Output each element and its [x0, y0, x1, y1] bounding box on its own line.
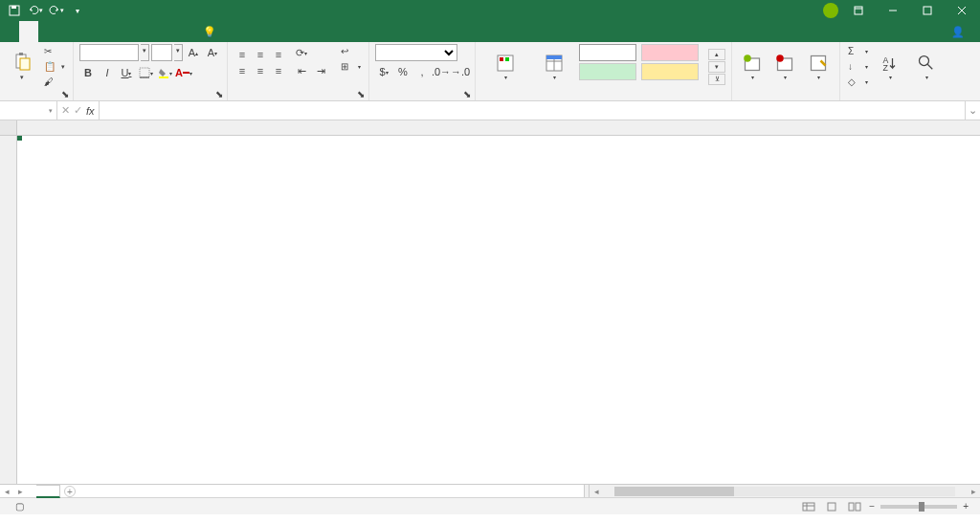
normal-view-icon[interactable] [800, 500, 817, 513]
font-name-select[interactable] [79, 44, 139, 61]
insert-cells-button[interactable]: ▾ [738, 44, 767, 90]
font-color-button[interactable]: A▾ [175, 64, 192, 81]
number-format-select[interactable] [375, 44, 457, 61]
expand-formula-bar-icon[interactable]: ⌄ [965, 101, 980, 120]
svg-rect-9 [20, 58, 30, 70]
decrease-indent-icon[interactable]: ⇤ [293, 62, 310, 79]
style-bad[interactable] [641, 44, 699, 61]
delete-cells-button[interactable]: ▾ [770, 44, 799, 90]
orientation-icon[interactable]: ⟳▾ [293, 44, 310, 61]
tab-formulas[interactable] [77, 21, 96, 42]
clipboard-launcher-icon[interactable]: ⬊ [61, 89, 71, 98]
style-normal[interactable] [579, 44, 636, 61]
underline-button[interactable]: U▾ [118, 64, 135, 81]
italic-button[interactable]: I [99, 64, 116, 81]
zoom-slider[interactable] [880, 505, 957, 509]
clear-button[interactable]: ◇▾ [846, 75, 870, 89]
sort-filter-button[interactable]: AZ▾ [874, 44, 906, 90]
close-icon[interactable] [947, 0, 976, 21]
enter-formula-icon[interactable]: ✓ [74, 104, 82, 117]
conditional-formatting-button[interactable]: ▾ [481, 44, 529, 90]
increase-font-icon[interactable]: A▴ [185, 44, 202, 61]
tab-view[interactable] [134, 21, 153, 42]
page-layout-view-icon[interactable] [823, 500, 840, 513]
add-sheet-button[interactable]: + [64, 486, 76, 497]
undo-icon[interactable]: ▾ [27, 2, 44, 19]
style-neutral[interactable] [641, 63, 699, 80]
minimize-icon[interactable] [879, 0, 907, 21]
find-select-button[interactable]: ▾ [910, 44, 943, 90]
format-as-table-button[interactable]: ▾ [533, 44, 575, 90]
ribbon-options-icon[interactable] [844, 0, 873, 21]
zoom-thumb[interactable] [919, 502, 924, 512]
sheet-tab-sheet1[interactable] [36, 485, 60, 498]
tab-home[interactable] [19, 21, 38, 42]
hscroll-track[interactable] [614, 487, 955, 496]
maximize-icon[interactable] [913, 0, 942, 21]
copy-button[interactable]: 📋▾ [42, 59, 67, 74]
merge-center-button[interactable]: ⊞▾ [339, 59, 363, 74]
zoom-in-icon[interactable]: + [963, 501, 969, 512]
hscroll-left-icon[interactable]: ◂ [590, 485, 603, 497]
font-size-select[interactable] [151, 44, 172, 61]
autosum-button[interactable]: Σ▾ [846, 44, 870, 58]
format-cells-button[interactable]: ▾ [803, 44, 834, 90]
decrease-font-icon[interactable]: A▾ [204, 44, 221, 61]
cancel-formula-icon[interactable]: ✕ [61, 104, 70, 117]
decrease-decimal-icon[interactable]: →.0 [452, 63, 469, 80]
align-left-icon[interactable]: ≡ [234, 62, 251, 79]
tell-me-input[interactable] [222, 26, 413, 37]
cells-grid[interactable] [17, 136, 980, 484]
tab-insert[interactable] [38, 21, 57, 42]
styles-scroll-up-icon[interactable]: ▴ [708, 49, 725, 60]
format-painter-button[interactable]: 🖌 [42, 75, 67, 89]
fill-button[interactable]: ↓▾ [846, 59, 870, 74]
sheet-nav-prev-icon[interactable]: ▸ [13, 485, 27, 497]
accounting-format-icon[interactable]: $▾ [375, 63, 392, 80]
sheet-nav-first-icon[interactable]: ◂ [0, 485, 13, 497]
font-launcher-icon[interactable]: ⬊ [215, 89, 225, 98]
macro-record-icon[interactable]: ▢ [15, 501, 24, 512]
paste-button[interactable]: ▾ [6, 44, 38, 90]
align-center-icon[interactable]: ≡ [252, 62, 269, 79]
redo-icon[interactable]: ▾ [48, 2, 65, 19]
cut-button[interactable]: ✂ [42, 44, 67, 58]
border-button[interactable]: ▾ [137, 64, 154, 81]
zoom-out-icon[interactable]: − [869, 501, 875, 512]
fill-color-button[interactable]: ▾ [156, 64, 173, 81]
share-button[interactable]: 👤 [940, 21, 980, 42]
styles-more-icon[interactable]: ⊻ [708, 74, 725, 85]
hscroll-right-icon[interactable]: ▸ [967, 485, 980, 497]
percent-format-icon[interactable]: % [394, 63, 412, 80]
select-all-button[interactable] [0, 120, 17, 135]
bold-button[interactable]: B [79, 64, 97, 81]
insert-icon [743, 54, 762, 73]
tab-file[interactable] [0, 21, 19, 42]
tab-review[interactable] [115, 21, 134, 42]
save-icon[interactable] [6, 2, 23, 19]
tell-me-search[interactable]: 💡 [191, 21, 940, 42]
wrap-text-button[interactable]: ↩ [339, 44, 363, 58]
align-bottom-icon[interactable]: ≡ [270, 46, 287, 63]
styles-scroll-down-icon[interactable]: ▾ [708, 61, 725, 73]
align-middle-icon[interactable]: ≡ [252, 46, 269, 63]
tab-help[interactable] [172, 21, 191, 42]
align-right-icon[interactable]: ≡ [270, 62, 287, 79]
align-top-icon[interactable]: ≡ [234, 46, 251, 63]
tab-data[interactable] [96, 21, 115, 42]
number-launcher-icon[interactable]: ⬊ [463, 89, 473, 98]
name-box[interactable]: ▾ [0, 101, 57, 120]
increase-indent-icon[interactable]: ⇥ [312, 62, 329, 79]
qat-customize-icon[interactable]: ▾ [69, 2, 86, 19]
increase-decimal-icon[interactable]: .0→ [433, 63, 450, 80]
hscroll-thumb[interactable] [614, 487, 734, 496]
comma-format-icon[interactable]: , [413, 63, 431, 80]
tab-page-layout[interactable] [57, 21, 77, 42]
page-break-view-icon[interactable] [846, 500, 863, 513]
tab-developer[interactable] [153, 21, 172, 42]
formula-input[interactable] [105, 105, 959, 117]
alignment-launcher-icon[interactable]: ⬊ [357, 89, 367, 98]
insert-function-icon[interactable]: fx [86, 105, 95, 117]
user-avatar[interactable] [823, 3, 838, 18]
style-good[interactable] [579, 63, 636, 80]
